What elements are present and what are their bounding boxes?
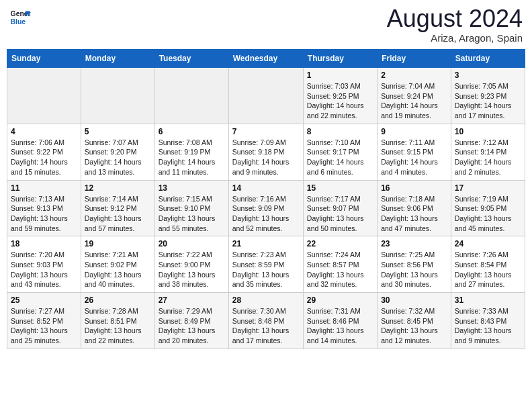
day-number: 10 — [455, 127, 521, 136]
location: Ariza, Aragon, Spain — [387, 32, 523, 44]
day-number: 24 — [455, 239, 521, 248]
day-info: Sunrise: 7:07 AMSunset: 9:20 PMDaylight:… — [85, 138, 151, 177]
day-cell: 22Sunrise: 7:24 AMSunset: 8:57 PMDayligh… — [303, 236, 377, 293]
col-header-friday: Friday — [378, 50, 451, 68]
day-cell: 18Sunrise: 7:20 AMSunset: 9:03 PMDayligh… — [7, 236, 81, 293]
day-cell: 29Sunrise: 7:31 AMSunset: 8:46 PMDayligh… — [303, 293, 377, 349]
day-cell: 4Sunrise: 7:06 AMSunset: 9:22 PMDaylight… — [7, 124, 81, 180]
day-cell: 30Sunrise: 7:32 AMSunset: 8:45 PMDayligh… — [378, 293, 451, 349]
day-number: 9 — [381, 127, 447, 136]
logo: General Blue — [9, 7, 31, 28]
day-info: Sunrise: 7:29 AMSunset: 8:49 PMDaylight:… — [159, 306, 225, 346]
day-number: 13 — [159, 183, 225, 193]
day-cell: 11Sunrise: 7:13 AMSunset: 9:13 PMDayligh… — [7, 180, 81, 236]
day-number: 8 — [307, 127, 373, 136]
day-info: Sunrise: 7:12 AMSunset: 9:14 PMDaylight:… — [455, 138, 521, 177]
day-number: 20 — [159, 239, 225, 248]
header: General Blue August 2024 Ariza, Aragon, … — [7, 7, 525, 44]
week-row-3: 11Sunrise: 7:13 AMSunset: 9:13 PMDayligh… — [7, 180, 525, 236]
day-info: Sunrise: 7:21 AMSunset: 9:02 PMDaylight:… — [85, 250, 151, 289]
day-info: Sunrise: 7:26 AMSunset: 8:54 PMDaylight:… — [455, 250, 521, 289]
day-number: 7 — [232, 127, 300, 136]
day-number: 11 — [11, 183, 77, 193]
day-number: 3 — [455, 71, 521, 80]
day-cell: 19Sunrise: 7:21 AMSunset: 9:02 PMDayligh… — [81, 236, 154, 293]
day-cell: 13Sunrise: 7:15 AMSunset: 9:10 PMDayligh… — [154, 180, 228, 236]
day-number: 23 — [381, 239, 447, 248]
day-number: 1 — [307, 71, 373, 80]
col-header-tuesday: Tuesday — [154, 50, 228, 68]
day-cell: 20Sunrise: 7:22 AMSunset: 9:00 PMDayligh… — [154, 236, 228, 293]
week-row-4: 18Sunrise: 7:20 AMSunset: 9:03 PMDayligh… — [7, 236, 525, 293]
day-cell: 7Sunrise: 7:09 AMSunset: 9:18 PMDaylight… — [228, 124, 303, 180]
day-info: Sunrise: 7:08 AMSunset: 9:19 PMDaylight:… — [159, 138, 225, 177]
week-row-1: 1Sunrise: 7:03 AMSunset: 9:25 PMDaylight… — [7, 68, 525, 124]
day-cell: 9Sunrise: 7:11 AMSunset: 9:15 PMDaylight… — [378, 124, 451, 180]
week-row-2: 4Sunrise: 7:06 AMSunset: 9:22 PMDaylight… — [7, 124, 525, 180]
day-number: 17 — [455, 183, 521, 193]
day-cell: 15Sunrise: 7:17 AMSunset: 9:07 PMDayligh… — [303, 180, 377, 236]
day-number: 2 — [381, 71, 447, 80]
day-number: 21 — [232, 239, 300, 248]
day-cell: 2Sunrise: 7:04 AMSunset: 9:24 PMDaylight… — [378, 68, 451, 124]
day-number: 28 — [232, 295, 300, 305]
day-number: 6 — [159, 127, 225, 136]
col-header-sunday: Sunday — [7, 50, 81, 68]
day-info: Sunrise: 7:11 AMSunset: 9:15 PMDaylight:… — [381, 138, 447, 177]
col-header-monday: Monday — [81, 50, 154, 68]
title-block: August 2024 Ariza, Aragon, Spain — [387, 7, 523, 44]
day-cell: 31Sunrise: 7:33 AMSunset: 8:43 PMDayligh… — [451, 293, 525, 349]
day-number: 14 — [232, 183, 300, 193]
day-info: Sunrise: 7:09 AMSunset: 9:18 PMDaylight:… — [232, 138, 300, 177]
day-info: Sunrise: 7:23 AMSunset: 8:59 PMDaylight:… — [232, 250, 300, 289]
svg-text:Blue: Blue — [11, 18, 26, 26]
day-cell: 14Sunrise: 7:16 AMSunset: 9:09 PMDayligh… — [228, 180, 303, 236]
day-info: Sunrise: 7:32 AMSunset: 8:45 PMDaylight:… — [381, 306, 447, 346]
day-cell — [154, 68, 228, 124]
day-info: Sunrise: 7:33 AMSunset: 8:43 PMDaylight:… — [455, 306, 521, 346]
day-cell: 3Sunrise: 7:05 AMSunset: 9:23 PMDaylight… — [451, 68, 525, 124]
day-cell: 23Sunrise: 7:25 AMSunset: 8:56 PMDayligh… — [378, 236, 451, 293]
day-info: Sunrise: 7:18 AMSunset: 9:06 PMDaylight:… — [381, 194, 447, 234]
day-number: 5 — [85, 127, 151, 136]
day-info: Sunrise: 7:30 AMSunset: 8:48 PMDaylight:… — [232, 306, 300, 346]
col-header-wednesday: Wednesday — [228, 50, 303, 68]
day-info: Sunrise: 7:16 AMSunset: 9:09 PMDaylight:… — [232, 194, 300, 234]
month-title: August 2024 — [387, 7, 523, 31]
day-info: Sunrise: 7:20 AMSunset: 9:03 PMDaylight:… — [11, 250, 77, 289]
day-info: Sunrise: 7:31 AMSunset: 8:46 PMDaylight:… — [307, 306, 373, 346]
day-cell: 25Sunrise: 7:27 AMSunset: 8:52 PMDayligh… — [7, 293, 81, 349]
day-info: Sunrise: 7:15 AMSunset: 9:10 PMDaylight:… — [159, 194, 225, 234]
day-info: Sunrise: 7:17 AMSunset: 9:07 PMDaylight:… — [307, 194, 373, 234]
col-header-thursday: Thursday — [303, 50, 377, 68]
day-info: Sunrise: 7:06 AMSunset: 9:22 PMDaylight:… — [11, 138, 77, 177]
day-info: Sunrise: 7:27 AMSunset: 8:52 PMDaylight:… — [11, 306, 77, 346]
day-info: Sunrise: 7:28 AMSunset: 8:51 PMDaylight:… — [85, 306, 151, 346]
day-number: 22 — [307, 239, 373, 248]
day-info: Sunrise: 7:05 AMSunset: 9:23 PMDaylight:… — [455, 81, 521, 121]
day-info: Sunrise: 7:14 AMSunset: 9:12 PMDaylight:… — [85, 194, 151, 234]
day-cell: 28Sunrise: 7:30 AMSunset: 8:48 PMDayligh… — [228, 293, 303, 349]
day-cell: 12Sunrise: 7:14 AMSunset: 9:12 PMDayligh… — [81, 180, 154, 236]
day-cell — [228, 68, 303, 124]
day-number: 12 — [85, 183, 151, 193]
day-info: Sunrise: 7:13 AMSunset: 9:13 PMDaylight:… — [11, 194, 77, 234]
day-number: 15 — [307, 183, 373, 193]
day-info: Sunrise: 7:24 AMSunset: 8:57 PMDaylight:… — [307, 250, 373, 289]
week-row-5: 25Sunrise: 7:27 AMSunset: 8:52 PMDayligh… — [7, 293, 525, 349]
day-number: 30 — [381, 295, 447, 305]
col-header-saturday: Saturday — [451, 50, 525, 68]
logo-icon: General Blue — [9, 7, 31, 28]
day-cell: 8Sunrise: 7:10 AMSunset: 9:17 PMDaylight… — [303, 124, 377, 180]
day-number: 25 — [11, 295, 77, 305]
day-info: Sunrise: 7:10 AMSunset: 9:17 PMDaylight:… — [307, 138, 373, 177]
day-info: Sunrise: 7:25 AMSunset: 8:56 PMDaylight:… — [381, 250, 447, 289]
day-info: Sunrise: 7:03 AMSunset: 9:25 PMDaylight:… — [307, 81, 373, 121]
day-number: 18 — [11, 239, 77, 248]
day-number: 26 — [85, 295, 151, 305]
day-cell: 24Sunrise: 7:26 AMSunset: 8:54 PMDayligh… — [451, 236, 525, 293]
day-cell: 1Sunrise: 7:03 AMSunset: 9:25 PMDaylight… — [303, 68, 377, 124]
day-cell: 6Sunrise: 7:08 AMSunset: 9:19 PMDaylight… — [154, 124, 228, 180]
day-cell — [7, 68, 81, 124]
day-number: 4 — [11, 127, 77, 136]
